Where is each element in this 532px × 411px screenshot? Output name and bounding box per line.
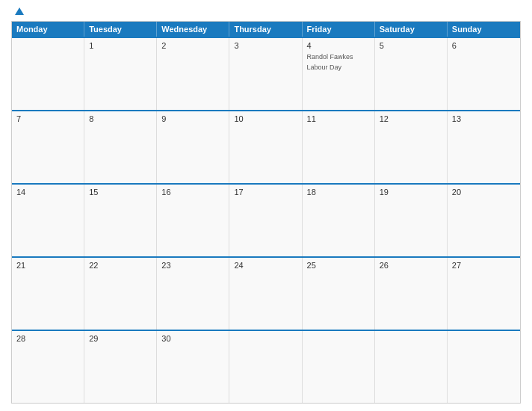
day-number: 11 xyxy=(307,114,370,123)
day-cell: 20 xyxy=(448,185,520,256)
day-cell: 12 xyxy=(375,111,448,183)
week-row-2: 78910111213 xyxy=(12,110,520,183)
day-number: 13 xyxy=(452,114,516,123)
day-cell xyxy=(448,331,520,403)
day-header-thursday: Thursday xyxy=(229,22,302,37)
day-number: 21 xyxy=(16,261,79,270)
day-cell: 21 xyxy=(12,258,84,330)
day-cell: 25 xyxy=(303,258,375,330)
day-number: 23 xyxy=(161,261,224,270)
day-number: 24 xyxy=(234,261,297,270)
day-number: 9 xyxy=(161,114,224,123)
day-number: 25 xyxy=(307,261,370,270)
day-number: 4 xyxy=(307,41,370,50)
calendar-page: MondayTuesdayWednesdayThursdayFridaySatu… xyxy=(0,0,532,411)
day-cell: 3 xyxy=(229,38,302,110)
day-number: 6 xyxy=(452,41,516,50)
day-cell: 26 xyxy=(375,258,448,330)
day-number: 19 xyxy=(380,188,442,197)
day-cell: 22 xyxy=(84,258,157,330)
day-cell: 2 xyxy=(157,38,229,110)
day-cell: 11 xyxy=(303,111,375,183)
day-number: 15 xyxy=(89,188,152,197)
day-header-friday: Friday xyxy=(303,22,375,37)
logo-triangle-icon xyxy=(15,7,24,15)
day-cell: 17 xyxy=(229,185,302,256)
day-cell: 27 xyxy=(448,258,520,330)
day-header-saturday: Saturday xyxy=(375,22,448,37)
day-cell: 9 xyxy=(157,111,229,183)
day-cell: 18 xyxy=(303,185,375,256)
day-cell: 28 xyxy=(12,331,84,403)
day-cell: 30 xyxy=(157,331,229,403)
day-cell: 10 xyxy=(229,111,302,183)
day-headers-row: MondayTuesdayWednesdayThursdayFridaySatu… xyxy=(12,22,520,37)
day-cell: 23 xyxy=(157,258,229,330)
day-cell xyxy=(229,331,302,403)
day-number: 8 xyxy=(89,114,152,123)
day-cell: 29 xyxy=(84,331,157,403)
day-number: 29 xyxy=(89,334,152,343)
day-header-sunday: Sunday xyxy=(448,22,520,37)
day-header-wednesday: Wednesday xyxy=(157,22,229,37)
day-cell xyxy=(375,331,448,403)
day-number: 2 xyxy=(161,41,224,50)
header xyxy=(11,7,521,15)
day-number: 7 xyxy=(16,114,79,123)
week-row-1: 1234Randol Fawkes Labour Day56 xyxy=(12,37,520,110)
day-number: 26 xyxy=(380,261,442,270)
day-number: 14 xyxy=(16,188,79,197)
day-header-monday: Monday xyxy=(12,22,84,37)
week-row-4: 21222324252627 xyxy=(12,256,520,330)
day-number: 30 xyxy=(161,334,224,343)
day-number: 10 xyxy=(234,114,297,123)
day-cell: 24 xyxy=(229,258,302,330)
day-cell: 5 xyxy=(375,38,448,110)
day-cell: 7 xyxy=(12,111,84,183)
day-header-tuesday: Tuesday xyxy=(84,22,157,37)
day-number: 20 xyxy=(452,188,516,197)
day-number: 1 xyxy=(89,41,152,50)
week-row-5: 282930 xyxy=(12,330,520,403)
day-cell: 14 xyxy=(12,185,84,256)
day-number: 22 xyxy=(89,261,152,270)
day-cell xyxy=(303,331,375,403)
day-number: 16 xyxy=(161,188,224,197)
day-cell: 13 xyxy=(448,111,520,183)
calendar-grid: MondayTuesdayWednesdayThursdayFridaySatu… xyxy=(11,21,521,404)
day-cell: 16 xyxy=(157,185,229,256)
day-number: 17 xyxy=(234,188,297,197)
day-cell: 19 xyxy=(375,185,448,256)
logo xyxy=(15,7,25,15)
weeks-container: 1234Randol Fawkes Labour Day567891011121… xyxy=(12,37,520,403)
day-number: 28 xyxy=(16,334,79,343)
holiday-text: Randol Fawkes Labour Day xyxy=(307,53,353,71)
day-number: 27 xyxy=(452,261,516,270)
week-row-3: 14151617181920 xyxy=(12,183,520,256)
logo-blue-text xyxy=(15,7,25,15)
day-cell xyxy=(12,38,84,110)
day-number: 5 xyxy=(380,41,442,50)
day-cell: 15 xyxy=(84,185,157,256)
day-cell: 8 xyxy=(84,111,157,183)
day-cell: 1 xyxy=(84,38,157,110)
day-number: 18 xyxy=(307,188,370,197)
day-cell: 6 xyxy=(448,38,520,110)
day-number: 3 xyxy=(234,41,297,50)
day-cell: 4Randol Fawkes Labour Day xyxy=(303,38,375,110)
day-number: 12 xyxy=(380,114,442,123)
